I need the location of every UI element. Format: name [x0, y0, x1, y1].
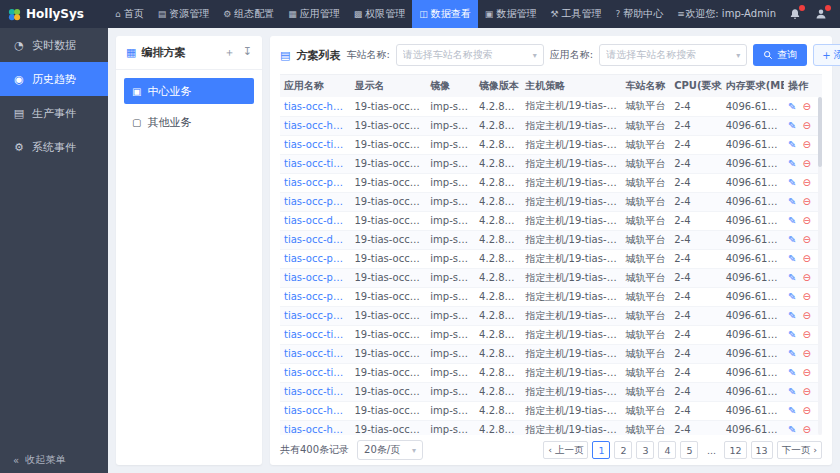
sidebar-item-label: 生产事件	[32, 106, 76, 121]
delete-icon[interactable]: ⊖	[802, 196, 810, 207]
page-size-select[interactable]: 20条/页 ▾	[357, 440, 423, 460]
delete-icon[interactable]: ⊖	[802, 177, 810, 188]
pagination-page-2[interactable]: 2	[614, 441, 632, 459]
app-name-link[interactable]: tias-occ-pscada5	[280, 287, 350, 306]
edit-icon[interactable]: ✎	[788, 196, 796, 207]
nav-item-help-center[interactable]: ?帮助中心	[608, 0, 670, 28]
delete-icon[interactable]: ⊖	[802, 424, 810, 435]
app-name-link[interactable]: tias-occ-pscada3	[280, 249, 350, 268]
pagination-page-1[interactable]: 1	[592, 441, 610, 459]
app-name-link[interactable]: tias-occ-tias4	[280, 344, 350, 363]
nav-item-home[interactable]: ⌂首页	[108, 0, 151, 28]
app-name-link[interactable]: tias-occ-tias3	[280, 325, 350, 344]
sidebar-item-system-event[interactable]: ⚙系统事件	[0, 130, 108, 164]
query-button[interactable]: 查询	[753, 44, 807, 66]
delete-icon[interactable]: ⊖	[802, 215, 810, 226]
plan-item-center-business[interactable]: ▣中心业务	[124, 78, 254, 104]
add-plan-icon[interactable]: ＋	[224, 45, 235, 60]
notification-bell-icon[interactable]	[788, 7, 802, 21]
app-name-link[interactable]: tias-occ-hdb2	[280, 116, 350, 135]
edit-icon[interactable]: ✎	[788, 386, 796, 397]
app-name-link[interactable]: tias-occ-pscada6	[280, 306, 350, 325]
edit-icon[interactable]: ✎	[788, 215, 796, 226]
config-icon: ⚙	[223, 9, 231, 19]
app-name-link[interactable]: tias-occ-pscada1	[280, 173, 350, 192]
sidebar-item-realtime-data[interactable]: ◔实时数据	[0, 28, 108, 62]
app-name-link[interactable]: tias-occ-pscada2	[280, 192, 350, 211]
sidebar-item-history-trend[interactable]: ◉历史趋势	[0, 62, 108, 96]
export-plan-icon[interactable]: ↧	[243, 45, 252, 60]
app-name-link[interactable]: tias-occ-tias6	[280, 382, 350, 401]
delete-icon[interactable]: ⊖	[802, 253, 810, 264]
user-avatar-icon[interactable]	[814, 7, 828, 21]
nav-item-tool-manage[interactable]: ⚒工具管理	[543, 0, 608, 28]
edit-icon[interactable]: ✎	[788, 291, 796, 302]
pagination-page-4[interactable]: 4	[658, 441, 676, 459]
table-row: tias-occ-hdb119-tias-occ-hdb1imp-scada4.…	[280, 97, 822, 116]
nav-item-data-view[interactable]: ◫数据查看	[412, 0, 478, 28]
delete-icon[interactable]: ⊖	[802, 348, 810, 359]
pagination-page-13[interactable]: 13	[751, 441, 773, 459]
sidebar-item-production-event[interactable]: ▤生产事件	[0, 96, 108, 130]
delete-icon[interactable]: ⊖	[802, 329, 810, 340]
app-name-link[interactable]: tias-occ-tias1	[280, 135, 350, 154]
edit-icon[interactable]: ✎	[788, 101, 796, 112]
nav-item-permission[interactable]: ▩权限管理	[347, 0, 413, 28]
plan-panel-actions: ＋ ↧	[224, 45, 252, 60]
station-select[interactable]: 请选择车站名称搜索 ▾	[396, 44, 544, 66]
delete-icon[interactable]: ⊖	[802, 139, 810, 150]
delete-icon[interactable]: ⊖	[802, 405, 810, 416]
scrollbar-thumb[interactable]	[818, 97, 822, 167]
nav-item-more[interactable]: ≡更多▾	[670, 0, 685, 28]
delete-icon[interactable]: ⊖	[802, 386, 810, 397]
nav-item-app-manage[interactable]: ▦应用管理	[281, 0, 347, 28]
edit-icon[interactable]: ✎	[788, 177, 796, 188]
app-name-link[interactable]: tias-occ-hdb1	[280, 420, 350, 435]
pagination-page-12[interactable]: 12	[724, 441, 746, 459]
vertical-scrollbar[interactable]	[818, 97, 822, 435]
delete-icon[interactable]: ⊖	[802, 310, 810, 321]
delete-icon[interactable]: ⊖	[802, 120, 810, 131]
delete-icon[interactable]: ⊖	[802, 234, 810, 245]
app-select[interactable]: 请选择车站名称搜索 ▾	[599, 44, 747, 66]
nav-item-resource-manage[interactable]: ▤资源管理	[151, 0, 217, 28]
nav-item-data-manage[interactable]: ▣数据管理	[478, 0, 544, 28]
image-version-cell: 4.2.8b3	[475, 401, 521, 420]
app-name-link[interactable]: tias-occ-tias5	[280, 363, 350, 382]
nav-item-config[interactable]: ⚙组态配置	[216, 0, 281, 28]
delete-icon[interactable]: ⊖	[802, 367, 810, 378]
edit-icon[interactable]: ✎	[788, 329, 796, 340]
app-name-link[interactable]: tias-occ-data1	[280, 211, 350, 230]
edit-icon[interactable]: ✎	[788, 367, 796, 378]
image-version-cell: 4.2.8b3	[475, 154, 521, 173]
edit-icon[interactable]: ✎	[788, 139, 796, 150]
app-name-link[interactable]: tias-occ-pscada4	[280, 268, 350, 287]
edit-icon[interactable]: ✎	[788, 310, 796, 321]
column-header-5: 车站名称	[621, 75, 670, 97]
edit-icon[interactable]: ✎	[788, 348, 796, 359]
pagination-prev-button[interactable]: ‹ 上一页	[543, 441, 588, 459]
pagination-next-button[interactable]: 下一页 ›	[777, 441, 822, 459]
edit-icon[interactable]: ✎	[788, 424, 796, 435]
delete-icon[interactable]: ⊖	[802, 291, 810, 302]
edit-icon[interactable]: ✎	[788, 272, 796, 283]
app-name-link[interactable]: tias-occ-tias2	[280, 154, 350, 173]
delete-icon[interactable]: ⊖	[802, 272, 810, 283]
edit-icon[interactable]: ✎	[788, 405, 796, 416]
edit-icon[interactable]: ✎	[788, 253, 796, 264]
edit-icon[interactable]: ✎	[788, 120, 796, 131]
collapse-menu-button[interactable]: « 收起菜单	[0, 447, 108, 473]
pagination-page-3[interactable]: 3	[636, 441, 654, 459]
pagination-ellipsis[interactable]: ...	[702, 441, 720, 459]
add-app-config-button[interactable]: + 添加应用配置	[813, 44, 840, 66]
delete-icon[interactable]: ⊖	[802, 101, 810, 112]
edit-icon[interactable]: ✎	[788, 234, 796, 245]
app-name-link[interactable]: tias-occ-hdb1	[280, 97, 350, 116]
pagination-page-5[interactable]: 5	[680, 441, 698, 459]
plan-item-other-business[interactable]: ▢其他业务	[124, 109, 254, 135]
app-name-link[interactable]: tias-occ-hdb1	[280, 401, 350, 420]
edit-icon[interactable]: ✎	[788, 158, 796, 169]
image-version-cell: 4.2.8b3	[475, 230, 521, 249]
delete-icon[interactable]: ⊖	[802, 158, 810, 169]
app-name-link[interactable]: tias-occ-data2	[280, 230, 350, 249]
